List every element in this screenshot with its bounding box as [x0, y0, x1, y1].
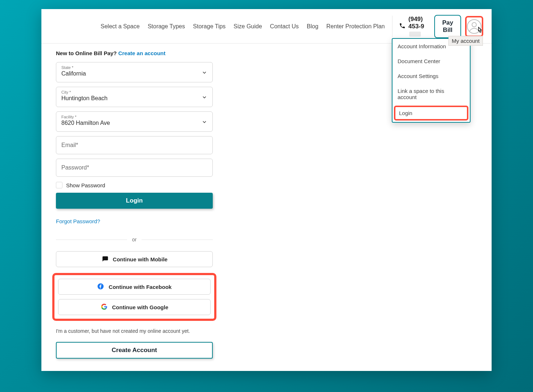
account-dropdown: Account Information Document Center Acco…: [392, 38, 471, 123]
nav-link-select-a-space[interactable]: Select a Space: [101, 23, 140, 30]
show-password-row: Show Password: [56, 182, 213, 188]
customer-note: I'm a customer, but have not created my …: [56, 328, 213, 334]
chevron-down-icon: [202, 70, 207, 77]
highlight-social-box: Continue with Facebook Continue with Goo…: [52, 273, 216, 321]
facility-select[interactable]: Facility * 8620 Hamilton Ave: [56, 111, 213, 132]
state-select[interactable]: State * California: [56, 62, 213, 82]
password-input[interactable]: [56, 159, 213, 177]
menu-item-document-center[interactable]: Document Center: [392, 54, 470, 69]
continue-with-facebook-label: Continue with Facebook: [109, 284, 171, 290]
create-account-link[interactable]: Create an account: [118, 50, 166, 56]
facility-value: 8620 Hamilton Ave: [61, 120, 198, 126]
continue-with-google-label: Continue with Google: [112, 304, 168, 310]
continue-with-mobile-label: Continue with Mobile: [113, 256, 168, 262]
divider-line: [56, 240, 127, 240]
nav-link-storage-types[interactable]: Storage Types: [148, 23, 185, 30]
heading-prefix: New to Online Bill Pay?: [56, 50, 118, 56]
continue-with-mobile-button[interactable]: Continue with Mobile: [56, 251, 213, 267]
phone-number-text: (949) 453-9: [408, 16, 424, 30]
chevron-down-icon: [202, 119, 207, 126]
phone-icon: [399, 23, 406, 30]
state-label: State *: [61, 65, 198, 70]
nav-link-contact-us[interactable]: Contact Us: [270, 23, 299, 30]
sms-icon: [101, 255, 109, 264]
menu-item-account-settings[interactable]: Account Settings: [392, 69, 470, 83]
nav-link-blog[interactable]: Blog: [307, 23, 318, 30]
pay-bill-button[interactable]: Pay Bill: [434, 15, 461, 38]
state-value: California: [61, 70, 198, 77]
redacted-blur: [409, 32, 421, 37]
chevron-down-icon: [202, 94, 207, 102]
phone-number: (949) 453-9: [408, 16, 428, 37]
my-account-tooltip: My account: [448, 36, 483, 46]
divider-line: [142, 240, 213, 240]
nav-link-renter-protection[interactable]: Renter Protection Plan: [326, 23, 385, 30]
city-select[interactable]: City * Huntington Beach: [56, 87, 213, 107]
or-divider: or: [56, 237, 213, 242]
show-password-checkbox[interactable]: [56, 182, 62, 188]
phone[interactable]: (949) 453-9: [392, 16, 428, 37]
facebook-icon: [97, 283, 104, 291]
facility-label: Facility *: [61, 115, 198, 119]
continue-with-facebook-button[interactable]: Continue with Facebook: [58, 279, 211, 295]
create-account-button[interactable]: Create Account: [56, 342, 213, 359]
nav-links: Select a Space Storage Types Storage Tip…: [101, 23, 385, 30]
page: Select a Space Storage Types Storage Tip…: [41, 9, 492, 371]
login-button[interactable]: Login: [56, 193, 213, 209]
email-input[interactable]: [56, 136, 213, 154]
show-password-label: Show Password: [66, 182, 105, 188]
nav-link-size-guide[interactable]: Size Guide: [233, 23, 262, 30]
login-form: State * California City * Huntington Bea…: [56, 62, 213, 359]
nav-link-storage-tips[interactable]: Storage Tips: [193, 23, 226, 30]
menu-item-link-a-space[interactable]: Link a space to this account: [392, 83, 470, 105]
cursor-icon: [476, 26, 484, 36]
nav-right-group: (949) 453-9 Pay Bill My account: [392, 15, 481, 38]
continue-with-google-button[interactable]: Continue with Google: [58, 299, 211, 315]
or-text: or: [132, 237, 137, 242]
forgot-password-link[interactable]: Forgot Password?: [56, 218, 213, 224]
google-icon: [101, 303, 108, 311]
city-label: City *: [61, 90, 198, 94]
account-avatar[interactable]: My account: [467, 18, 481, 35]
menu-item-login[interactable]: Login: [394, 106, 468, 121]
city-value: Huntington Beach: [61, 95, 198, 102]
